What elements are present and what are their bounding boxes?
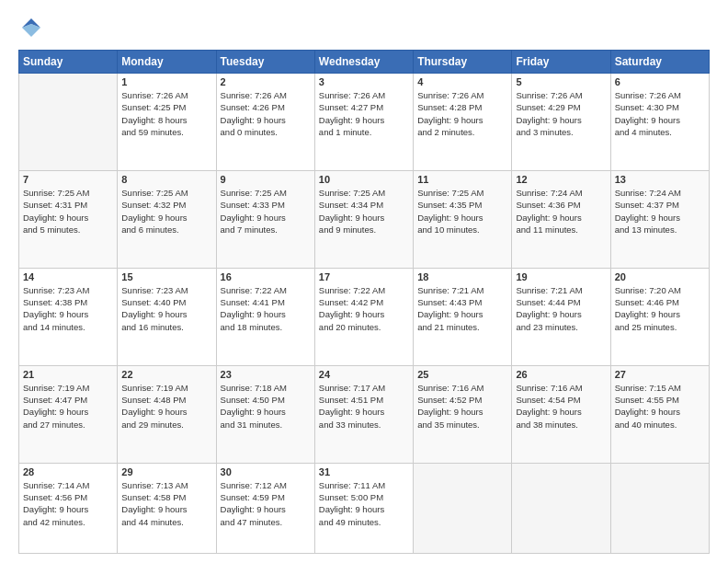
day-number: 31 bbox=[319, 466, 409, 477]
calendar-cell: 18Sunrise: 7:21 AMSunset: 4:43 PMDayligh… bbox=[414, 268, 512, 365]
day-number: 19 bbox=[516, 271, 606, 282]
calendar-cell: 11Sunrise: 7:25 AMSunset: 4:35 PMDayligh… bbox=[414, 170, 512, 268]
day-number: 23 bbox=[221, 369, 311, 380]
calendar-cell: 12Sunrise: 7:24 AMSunset: 4:36 PMDayligh… bbox=[512, 170, 610, 268]
day-info: Sunrise: 7:19 AMSunset: 4:48 PMDaylight:… bbox=[121, 382, 211, 431]
calendar-cell: 24Sunrise: 7:17 AMSunset: 4:51 PMDayligh… bbox=[314, 365, 413, 463]
day-number: 29 bbox=[121, 466, 211, 477]
day-number: 15 bbox=[121, 271, 211, 282]
calendar-cell: 3Sunrise: 7:26 AMSunset: 4:27 PMDaylight… bbox=[314, 74, 413, 171]
calendar-cell: 13Sunrise: 7:24 AMSunset: 4:37 PMDayligh… bbox=[610, 170, 709, 268]
day-info: Sunrise: 7:20 AMSunset: 4:46 PMDaylight:… bbox=[615, 284, 705, 333]
calendar-cell: 29Sunrise: 7:13 AMSunset: 4:58 PMDayligh… bbox=[118, 463, 216, 553]
day-info: Sunrise: 7:25 AMSunset: 4:31 PMDaylight:… bbox=[23, 187, 113, 236]
calendar-cell bbox=[19, 74, 118, 171]
day-number: 4 bbox=[417, 76, 507, 87]
calendar-week-row: 7Sunrise: 7:25 AMSunset: 4:31 PMDaylight… bbox=[19, 170, 710, 268]
calendar-cell: 7Sunrise: 7:25 AMSunset: 4:31 PMDaylight… bbox=[19, 170, 118, 268]
day-info: Sunrise: 7:25 AMSunset: 4:33 PMDaylight:… bbox=[221, 187, 311, 236]
day-info: Sunrise: 7:11 AMSunset: 5:00 PMDaylight:… bbox=[319, 479, 409, 528]
day-number: 28 bbox=[23, 466, 113, 477]
calendar-cell: 21Sunrise: 7:19 AMSunset: 4:47 PMDayligh… bbox=[19, 365, 118, 463]
logo-icon bbox=[18, 15, 44, 40]
day-number: 3 bbox=[319, 76, 409, 87]
day-number: 20 bbox=[615, 271, 705, 282]
day-number: 8 bbox=[121, 174, 211, 185]
calendar-cell: 23Sunrise: 7:18 AMSunset: 4:50 PMDayligh… bbox=[216, 365, 314, 463]
day-info: Sunrise: 7:18 AMSunset: 4:50 PMDaylight:… bbox=[221, 382, 311, 431]
calendar-cell: 20Sunrise: 7:20 AMSunset: 4:46 PMDayligh… bbox=[610, 268, 709, 365]
day-number: 27 bbox=[615, 369, 705, 380]
calendar-cell: 8Sunrise: 7:25 AMSunset: 4:32 PMDaylight… bbox=[118, 170, 216, 268]
calendar-day-header: Monday bbox=[118, 51, 216, 74]
calendar-week-row: 1Sunrise: 7:26 AMSunset: 4:25 PMDaylight… bbox=[19, 74, 710, 171]
day-info: Sunrise: 7:26 AMSunset: 4:26 PMDaylight:… bbox=[221, 89, 311, 138]
day-number: 6 bbox=[615, 76, 705, 87]
calendar-cell: 6Sunrise: 7:26 AMSunset: 4:30 PMDaylight… bbox=[610, 74, 709, 171]
calendar-week-row: 21Sunrise: 7:19 AMSunset: 4:47 PMDayligh… bbox=[19, 365, 710, 463]
calendar-cell: 27Sunrise: 7:15 AMSunset: 4:55 PMDayligh… bbox=[610, 365, 709, 463]
day-info: Sunrise: 7:26 AMSunset: 4:29 PMDaylight:… bbox=[516, 89, 606, 138]
day-number: 16 bbox=[221, 271, 311, 282]
day-number: 17 bbox=[319, 271, 409, 282]
day-info: Sunrise: 7:26 AMSunset: 4:25 PMDaylight:… bbox=[121, 89, 211, 138]
day-info: Sunrise: 7:23 AMSunset: 4:38 PMDaylight:… bbox=[23, 284, 113, 333]
day-info: Sunrise: 7:25 AMSunset: 4:35 PMDaylight:… bbox=[417, 187, 507, 236]
day-number: 12 bbox=[516, 174, 606, 185]
header bbox=[18, 15, 710, 42]
calendar-cell: 9Sunrise: 7:25 AMSunset: 4:33 PMDaylight… bbox=[216, 170, 314, 268]
day-info: Sunrise: 7:15 AMSunset: 4:55 PMDaylight:… bbox=[615, 382, 705, 431]
calendar-cell: 31Sunrise: 7:11 AMSunset: 5:00 PMDayligh… bbox=[314, 463, 413, 553]
day-info: Sunrise: 7:12 AMSunset: 4:59 PMDaylight:… bbox=[221, 479, 311, 528]
day-info: Sunrise: 7:22 AMSunset: 4:41 PMDaylight:… bbox=[221, 284, 311, 333]
day-info: Sunrise: 7:21 AMSunset: 4:44 PMDaylight:… bbox=[516, 284, 606, 333]
calendar-cell: 26Sunrise: 7:16 AMSunset: 4:54 PMDayligh… bbox=[512, 365, 610, 463]
day-number: 11 bbox=[417, 174, 507, 185]
calendar-cell: 14Sunrise: 7:23 AMSunset: 4:38 PMDayligh… bbox=[19, 268, 118, 365]
day-info: Sunrise: 7:17 AMSunset: 4:51 PMDaylight:… bbox=[319, 382, 409, 431]
day-number: 30 bbox=[221, 466, 311, 477]
calendar-day-header: Thursday bbox=[414, 51, 512, 74]
day-info: Sunrise: 7:26 AMSunset: 4:28 PMDaylight:… bbox=[417, 89, 507, 138]
calendar-cell: 5Sunrise: 7:26 AMSunset: 4:29 PMDaylight… bbox=[512, 74, 610, 171]
day-number: 1 bbox=[121, 76, 211, 87]
calendar-cell: 15Sunrise: 7:23 AMSunset: 4:40 PMDayligh… bbox=[118, 268, 216, 365]
day-number: 14 bbox=[23, 271, 113, 282]
calendar-header-row: SundayMondayTuesdayWednesdayThursdayFrid… bbox=[19, 51, 710, 74]
day-info: Sunrise: 7:25 AMSunset: 4:34 PMDaylight:… bbox=[319, 187, 409, 236]
calendar-cell: 30Sunrise: 7:12 AMSunset: 4:59 PMDayligh… bbox=[216, 463, 314, 553]
calendar-day-header: Tuesday bbox=[216, 51, 314, 74]
day-info: Sunrise: 7:22 AMSunset: 4:42 PMDaylight:… bbox=[319, 284, 409, 333]
calendar-cell: 1Sunrise: 7:26 AMSunset: 4:25 PMDaylight… bbox=[118, 74, 216, 171]
day-info: Sunrise: 7:26 AMSunset: 4:30 PMDaylight:… bbox=[615, 89, 705, 138]
day-info: Sunrise: 7:16 AMSunset: 4:54 PMDaylight:… bbox=[516, 382, 606, 431]
calendar-cell bbox=[512, 463, 610, 553]
calendar-day-header: Saturday bbox=[610, 51, 709, 74]
calendar-cell: 25Sunrise: 7:16 AMSunset: 4:52 PMDayligh… bbox=[414, 365, 512, 463]
day-info: Sunrise: 7:16 AMSunset: 4:52 PMDaylight:… bbox=[417, 382, 507, 431]
calendar-cell: 2Sunrise: 7:26 AMSunset: 4:26 PMDaylight… bbox=[216, 74, 314, 171]
calendar-cell: 16Sunrise: 7:22 AMSunset: 4:41 PMDayligh… bbox=[216, 268, 314, 365]
calendar-cell: 17Sunrise: 7:22 AMSunset: 4:42 PMDayligh… bbox=[314, 268, 413, 365]
calendar-cell bbox=[610, 463, 709, 553]
day-info: Sunrise: 7:19 AMSunset: 4:47 PMDaylight:… bbox=[23, 382, 113, 431]
day-info: Sunrise: 7:21 AMSunset: 4:43 PMDaylight:… bbox=[417, 284, 507, 333]
day-number: 9 bbox=[221, 174, 311, 185]
day-number: 24 bbox=[319, 369, 409, 380]
day-number: 21 bbox=[23, 369, 113, 380]
day-info: Sunrise: 7:14 AMSunset: 4:56 PMDaylight:… bbox=[23, 479, 113, 528]
day-number: 5 bbox=[516, 76, 606, 87]
page: SundayMondayTuesdayWednesdayThursdayFrid… bbox=[0, 0, 728, 563]
day-info: Sunrise: 7:26 AMSunset: 4:27 PMDaylight:… bbox=[319, 89, 409, 138]
day-number: 25 bbox=[417, 369, 507, 380]
calendar-week-row: 14Sunrise: 7:23 AMSunset: 4:38 PMDayligh… bbox=[19, 268, 710, 365]
calendar-cell: 22Sunrise: 7:19 AMSunset: 4:48 PMDayligh… bbox=[118, 365, 216, 463]
calendar-cell: 28Sunrise: 7:14 AMSunset: 4:56 PMDayligh… bbox=[19, 463, 118, 553]
calendar-day-header: Wednesday bbox=[314, 51, 413, 74]
calendar-cell: 4Sunrise: 7:26 AMSunset: 4:28 PMDaylight… bbox=[414, 74, 512, 171]
logo bbox=[18, 15, 48, 42]
day-number: 13 bbox=[615, 174, 705, 185]
day-number: 2 bbox=[221, 76, 311, 87]
day-info: Sunrise: 7:24 AMSunset: 4:36 PMDaylight:… bbox=[516, 187, 606, 236]
calendar-week-row: 28Sunrise: 7:14 AMSunset: 4:56 PMDayligh… bbox=[19, 463, 710, 553]
